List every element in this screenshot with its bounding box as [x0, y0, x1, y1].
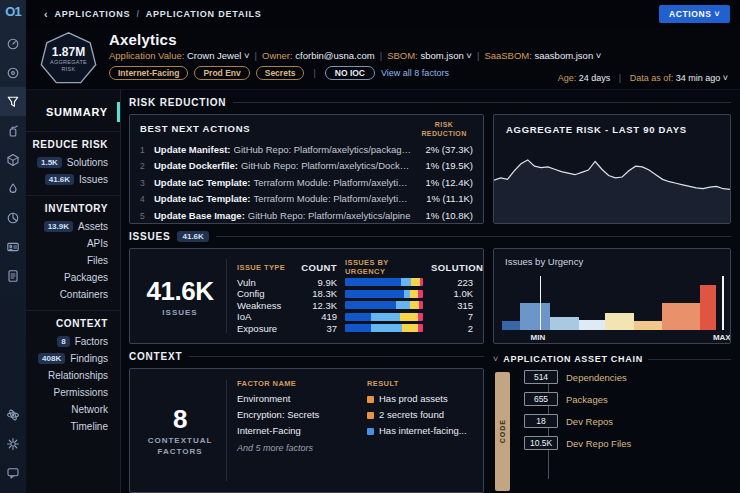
urgency-segment	[345, 278, 401, 286]
result-marker	[367, 428, 374, 435]
rail-bottom-icons	[0, 400, 26, 487]
collapse-chevron-icon[interactable]: ˅	[493, 354, 498, 364]
factor-tag-pill[interactable]: Internet-Facing	[109, 66, 188, 80]
asset-chain-item: 655Packages	[524, 392, 631, 406]
best-next-action-row[interactable]: 5Update Base Image:GitHub Repo: Platform…	[140, 208, 473, 225]
sidebar-item-assets[interactable]: 13.9KAssets	[26, 218, 120, 235]
urgency-segment	[418, 290, 423, 298]
column-header-solutions: SOLUTIONS	[431, 262, 473, 273]
issue-solutions: 2	[431, 323, 473, 334]
radar-icon[interactable]	[0, 58, 26, 87]
best-next-action-row[interactable]: 1Update Manifest:GitHub Repo: Platform/a…	[140, 142, 473, 159]
asset-label[interactable]: Dev Repos	[566, 416, 613, 427]
urgency-bar	[502, 321, 520, 330]
factor-name: Environment	[237, 391, 367, 407]
chat-icon[interactable]	[0, 458, 26, 487]
meta-value-saasbom-dropdown[interactable]: saasbom.json ˅	[535, 50, 602, 61]
issues-table-row[interactable]: Exposure372	[237, 323, 473, 334]
asset-chain-item: 514Dependencies	[524, 370, 631, 384]
sidebar-item-label: Containers	[60, 289, 108, 300]
asset-count-box[interactable]: 655	[524, 392, 558, 406]
sidebar-item-findings[interactable]: 408KFindings	[26, 350, 120, 367]
settings-gear-icon[interactable]	[0, 429, 26, 458]
aggregate-risk-value: 1.87M	[52, 45, 85, 59]
dashboard-gauge-icon[interactable]	[0, 29, 26, 58]
factor-name-column-header: FACTOR NAME	[237, 379, 367, 388]
sidebar-item-containers[interactable]: Containers	[26, 286, 120, 303]
meta-value-app-value-dropdown[interactable]: Crown Jewel ˅	[187, 50, 250, 61]
id-card-icon[interactable]	[0, 232, 26, 261]
sidebar-item-label: Packages	[64, 272, 108, 283]
action-name: Update Manifest:	[154, 142, 231, 159]
sidebar-item-solutions[interactable]: 1.5KSolutions	[26, 154, 120, 171]
flame-icon[interactable]	[0, 174, 26, 203]
urgency-segment	[401, 278, 411, 286]
issues-total-block: 41.6K ISSUES	[140, 257, 220, 335]
aggregate-risk-label: AGGREGATE RISK	[50, 59, 88, 73]
best-next-action-row[interactable]: 2Update Dockerfile:GitHub Repo: Platform…	[140, 158, 473, 175]
package-cube-icon[interactable]	[0, 145, 26, 174]
meta-value-sbom-dropdown[interactable]: sbom.json ˅	[420, 50, 472, 61]
urgency-stacked-bar	[345, 290, 423, 298]
active-indicator	[117, 102, 120, 122]
factor-tag-pill[interactable]: Secrets	[256, 66, 305, 80]
risk-reduction-value: 1% (12.4K)	[411, 175, 473, 192]
breadcrumb-applications[interactable]: APPLICATIONS	[54, 9, 130, 19]
age-label: Age:	[558, 73, 577, 83]
section-header-risk-reduction: RISK REDUCTION	[129, 97, 731, 108]
sidebar-item-badge: 1.5K	[37, 157, 62, 168]
contextual-factors-value: 8	[173, 404, 187, 435]
issues-count-badge: 41.6K	[177, 231, 208, 242]
urgency-stacked-bar	[345, 278, 423, 286]
sidebar-item-relationships[interactable]: Relationships	[26, 367, 120, 384]
sidebar-item-apis[interactable]: APIs	[26, 235, 120, 252]
urgency-segment	[410, 301, 419, 309]
issues-table-row[interactable]: Vuln9.9K223	[237, 277, 473, 288]
scanner-icon[interactable]	[0, 116, 26, 145]
more-factors-note[interactable]: And 5 more factors	[237, 443, 473, 453]
urgency-histogram: MINMAX	[502, 271, 730, 330]
risk-reduction-value: 1% (10.8K)	[411, 208, 473, 225]
filter-funnel-icon[interactable]	[0, 87, 26, 116]
best-next-action-row[interactable]: 4Update IaC Template:Terraform Module: P…	[140, 191, 473, 208]
breadcrumb-separator: /	[136, 9, 139, 19]
sidebar-item-network[interactable]: Network	[26, 401, 120, 418]
sidebar-item-summary[interactable]: SUMMARY	[26, 100, 120, 124]
data-as-of-dropdown[interactable]: 34 min ago ˅	[676, 73, 728, 83]
back-chevron-icon[interactable]: ‹	[44, 8, 48, 20]
asset-count-box[interactable]: 18	[524, 414, 558, 428]
issues-table-row[interactable]: IoA4197	[237, 311, 473, 322]
sidebar-item-files[interactable]: Files	[26, 252, 120, 269]
factor-tag-pill[interactable]: Prod Env	[194, 66, 249, 80]
best-next-action-row[interactable]: 3Update IaC Template:Terraform Module: P…	[140, 175, 473, 192]
no-ioc-badge[interactable]: NO IOC	[325, 66, 375, 80]
asset-label[interactable]: Dev Repo Files	[566, 438, 631, 449]
issue-solutions: 315	[431, 300, 473, 311]
actions-button[interactable]: ACTIONS ˅	[659, 5, 730, 23]
view-all-factors-link[interactable]: View all 8 factors	[381, 68, 449, 78]
action-detail: GitHub Repo: Platform/axelytics/Dockerfi…	[241, 158, 411, 175]
asset-label[interactable]: Dependencies	[566, 372, 627, 383]
sidebar-item-issues[interactable]: 41.6KIssues	[26, 171, 120, 188]
asset-count-box[interactable]: 514	[524, 370, 558, 384]
asset-count-box[interactable]: 10.5K	[524, 436, 558, 450]
sidebar-item-badge: 41.6K	[45, 174, 74, 185]
sidebar-item-packages[interactable]: Packages	[26, 269, 120, 286]
factor-tag-row: Internet-FacingProd EnvSecrets | NO IOC …	[109, 66, 601, 80]
sidebar-item-timeline[interactable]: Timeline	[26, 418, 120, 435]
issues-table-row[interactable]: Weakness12.3K315	[237, 300, 473, 311]
issue-count: 37	[301, 323, 337, 334]
sidebar-item-factors[interactable]: 8Factors	[26, 333, 120, 350]
action-rank: 2	[140, 158, 154, 175]
brand-logo[interactable]: O1	[5, 4, 20, 19]
atom-icon[interactable]	[0, 400, 26, 429]
meta-value-owner: cforbin@usna.com	[295, 50, 374, 61]
asset-label[interactable]: Packages	[566, 394, 608, 405]
sidebar-item-permissions[interactable]: Permissions	[26, 384, 120, 401]
action-detail: GitHub Repo: Platform/axelytics/alpine	[248, 208, 411, 225]
sidebar-section: CONTEXT8Factors408KFindingsRelationships…	[26, 310, 120, 435]
report-icon[interactable]	[0, 261, 26, 290]
pie-chart-icon[interactable]	[0, 203, 26, 232]
issues-table-row[interactable]: Config18.3K1.0K	[237, 288, 473, 299]
issue-type: IoA	[237, 311, 293, 322]
